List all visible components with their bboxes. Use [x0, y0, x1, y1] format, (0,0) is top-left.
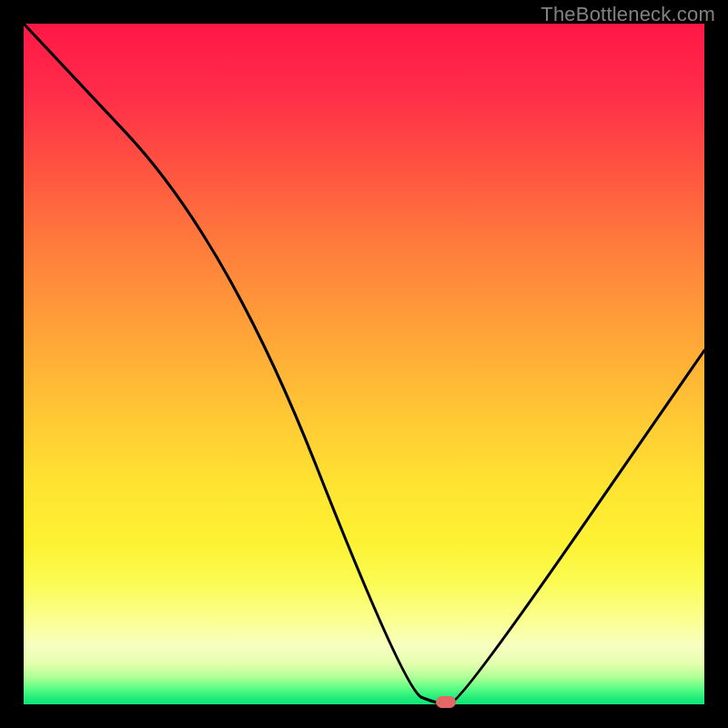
- attribution-text: TheBottleneck.com: [541, 3, 715, 26]
- plot-area: [24, 24, 704, 704]
- bottleneck-curve: [24, 24, 704, 704]
- curve-layer: [24, 24, 704, 704]
- chart-frame: TheBottleneck.com: [0, 0, 728, 728]
- optimum-marker: [436, 696, 456, 708]
